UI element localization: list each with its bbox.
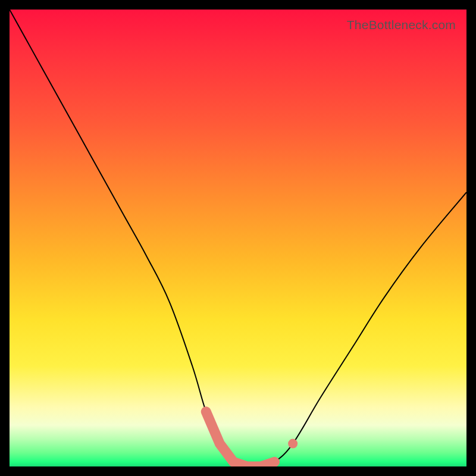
plot-area: TheBottleneck.com <box>10 10 466 466</box>
optimal-range-markers <box>206 412 274 466</box>
bottleneck-curve-line <box>10 10 466 466</box>
optimal-range-dot <box>288 439 298 449</box>
curve-svg <box>10 10 466 466</box>
chart-frame: TheBottleneck.com <box>0 0 476 476</box>
